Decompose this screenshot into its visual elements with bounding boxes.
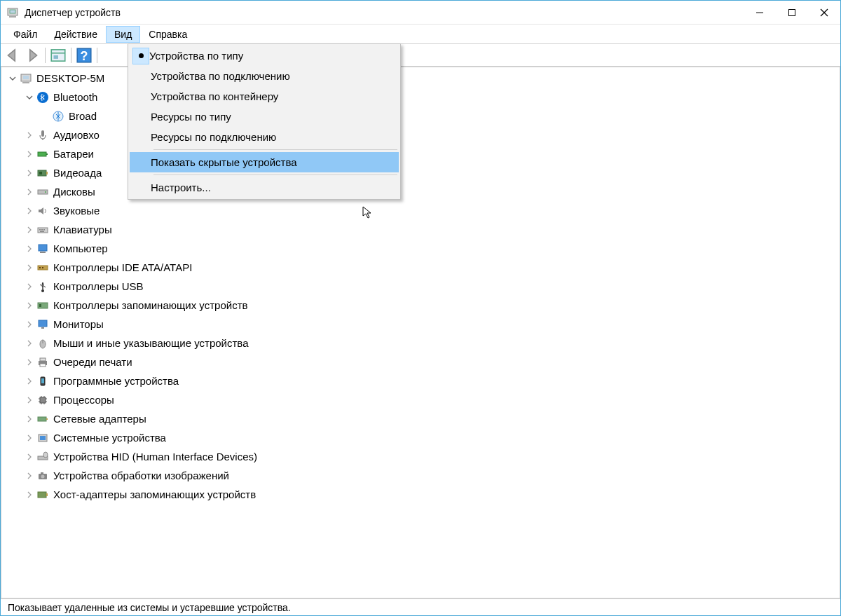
mouse-icon	[36, 337, 49, 350]
tree-node-network-adapters[interactable]: Сетевые адаптеры	[4, 409, 837, 428]
close-button[interactable]	[808, 1, 840, 24]
menu-view[interactable]: Вид	[106, 26, 140, 43]
node-label: Дисковы	[53, 186, 95, 198]
svg-rect-50	[41, 378, 44, 383]
svg-rect-19	[38, 152, 46, 156]
svg-rect-28	[41, 229, 43, 231]
expander-icon[interactable]	[24, 92, 35, 103]
svg-rect-1	[10, 10, 15, 13]
usb-icon	[36, 280, 49, 293]
expander-icon[interactable]	[24, 432, 35, 444]
window-title: Диспетчер устройств	[25, 7, 744, 18]
expander-icon[interactable]	[24, 224, 35, 235]
tree-node-print-queues[interactable]: Очереди печати	[4, 353, 837, 371]
menu-resources-by-type[interactable]: Ресурсы по типу	[130, 107, 399, 127]
forward-button[interactable]	[23, 46, 41, 64]
node-label: Контроллеры запоминающих устройств	[53, 299, 247, 311]
node-label: Мониторы	[53, 318, 104, 330]
expander-icon[interactable]	[24, 149, 35, 160]
toolbar-separator	[45, 48, 46, 63]
battery-icon	[36, 148, 49, 160]
menu-resources-by-connection[interactable]: Ресурсы по подключению	[130, 127, 399, 147]
expander-icon[interactable]	[24, 167, 35, 179]
tree-node-mice[interactable]: Мыши и иные указывающие устройства	[4, 334, 837, 353]
tree-node-hid[interactable]: Устройства HID (Human Interface Devices)	[4, 447, 837, 466]
titlebar: Диспетчер устройств	[1, 1, 840, 25]
tree-node-processors[interactable]: Процессоры	[4, 390, 837, 409]
tree-node-imaging[interactable]: Устройства обработки изображений	[4, 466, 837, 485]
back-button[interactable]	[4, 46, 22, 64]
node-label: Устройства обработки изображений	[53, 470, 229, 481]
tree-node-usb-controllers[interactable]: Контроллеры USB	[4, 277, 837, 296]
network-adapter-icon	[36, 413, 49, 425]
svg-point-15	[37, 92, 48, 103]
svg-rect-32	[40, 252, 46, 253]
expander-icon[interactable]	[7, 73, 18, 84]
menu-item-label: Устройства по контейнеру	[151, 90, 278, 102]
svg-text:?: ?	[81, 48, 88, 62]
processor-icon	[36, 394, 49, 406]
printer-icon	[36, 356, 49, 369]
expander-icon[interactable]	[24, 489, 35, 500]
expander-icon[interactable]	[24, 376, 35, 387]
expander-icon[interactable]	[24, 338, 35, 349]
expander-icon[interactable]	[24, 281, 35, 292]
expander-icon[interactable]	[24, 130, 35, 141]
menu-item-label: Ресурсы по типу	[151, 111, 231, 123]
expander-icon[interactable]	[24, 451, 35, 463]
expander-icon[interactable]	[24, 243, 35, 254]
menu-item-label: Ресурсы по подключению	[151, 131, 276, 143]
maximize-button[interactable]	[776, 1, 808, 24]
status-text: Показывает удаленные из системы и устаре…	[5, 602, 294, 613]
node-label: Компьютер	[53, 242, 108, 254]
node-label: Устройства HID (Human Interface Devices)	[53, 451, 257, 463]
menu-customize[interactable]: Настроить...	[130, 177, 399, 198]
tree-node-software-devices[interactable]: Программные устройства	[4, 371, 837, 390]
minimize-button[interactable]	[744, 1, 776, 24]
tree-node-storage-controllers[interactable]: Контроллеры запоминающих устройств	[4, 296, 837, 315]
properties-button[interactable]	[49, 46, 67, 64]
menubar: Файл Действие Вид Справка	[1, 25, 840, 44]
menu-devices-by-connection[interactable]: Устройства по подключению	[130, 66, 399, 86]
expander-icon[interactable]	[24, 470, 35, 481]
expander-icon[interactable]	[24, 357, 35, 368]
ide-controller-icon	[36, 261, 49, 274]
bluetooth-icon	[36, 91, 49, 104]
expander-icon[interactable]	[24, 205, 35, 217]
svg-rect-51	[40, 397, 46, 403]
expander-icon[interactable]	[24, 395, 35, 406]
tree-node-computer[interactable]: Компьютер	[4, 239, 837, 258]
svg-rect-31	[39, 245, 47, 251]
software-device-icon	[36, 375, 49, 388]
tree-node-sound-devices[interactable]: Звуковые	[4, 201, 837, 220]
menu-action[interactable]: Действие	[46, 26, 106, 43]
sound-device-icon	[36, 205, 49, 217]
menu-show-hidden-devices[interactable]: Показать скрытые устройства	[130, 152, 399, 172]
tree-node-host-adapters[interactable]: Хост-адаптеры запоминающих устройств	[4, 485, 837, 504]
menu-file[interactable]: Файл	[5, 26, 46, 43]
tree-node-keyboards[interactable]: Клавиатуры	[4, 220, 837, 239]
tree-node-monitors[interactable]: Мониторы	[4, 315, 837, 334]
svg-rect-63	[40, 436, 46, 440]
menu-help[interactable]: Справка	[140, 26, 196, 43]
tree-node-system-devices[interactable]: Системные устройства	[4, 428, 837, 447]
svg-rect-27	[39, 229, 41, 231]
hid-icon	[36, 451, 49, 463]
expander-icon[interactable]	[24, 186, 35, 198]
node-label: Видеоада	[53, 167, 102, 179]
svg-point-36	[41, 289, 44, 292]
expander-icon[interactable]	[24, 413, 35, 425]
node-label: Батареи	[53, 148, 94, 160]
expander-icon[interactable]	[24, 300, 35, 311]
expander-icon[interactable]	[24, 262, 35, 273]
help-button[interactable]: ?	[75, 46, 93, 64]
svg-rect-43	[41, 327, 44, 329]
svg-rect-9	[54, 55, 59, 59]
tree-node-ide-controllers[interactable]: Контроллеры IDE ATA/ATAPI	[4, 258, 837, 277]
expander-icon[interactable]	[24, 319, 35, 330]
node-label: Процессоры	[53, 394, 114, 406]
svg-rect-23	[46, 172, 48, 174]
menu-devices-by-container[interactable]: Устройства по контейнеру	[130, 86, 399, 107]
svg-point-67	[41, 474, 45, 478]
menu-devices-by-type[interactable]: Устройства по типу	[130, 46, 399, 66]
